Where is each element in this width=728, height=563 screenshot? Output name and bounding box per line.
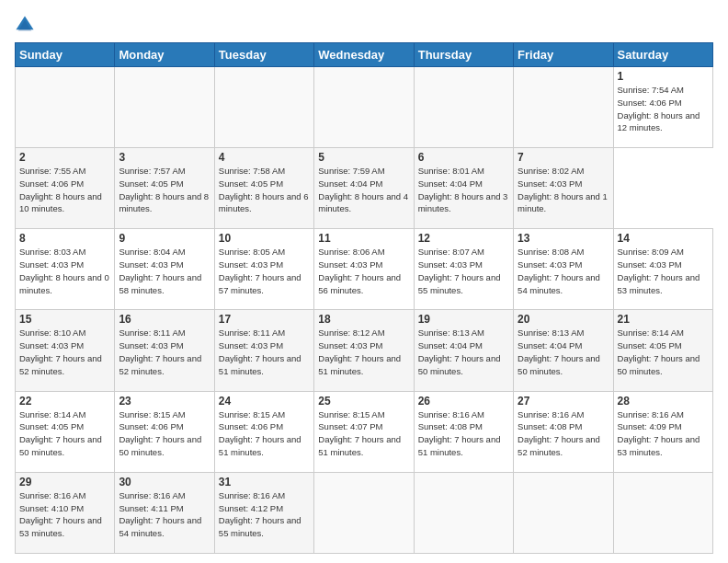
calendar-day-cell: 11Sunrise: 8:06 AMSunset: 4:03 PMDayligh…: [314, 229, 414, 310]
calendar-day-cell: [214, 67, 313, 148]
header-wednesday: Wednesday: [314, 43, 414, 67]
day-info: Sunrise: 8:03 AMSunset: 4:03 PMDaylight:…: [19, 246, 110, 296]
day-number: 16: [119, 313, 210, 326]
header-monday: Monday: [115, 43, 214, 67]
day-number: 19: [418, 313, 509, 326]
day-number: 4: [219, 151, 310, 164]
header-saturday: Saturday: [613, 43, 712, 67]
day-number: 5: [318, 151, 409, 164]
day-number: 7: [518, 151, 609, 164]
logo-icon: [15, 15, 35, 35]
day-info: Sunrise: 8:12 AMSunset: 4:03 PMDaylight:…: [318, 327, 409, 377]
calendar-day-cell: 17Sunrise: 8:11 AMSunset: 4:03 PMDayligh…: [214, 310, 313, 391]
calendar-day-cell: [414, 472, 513, 553]
calendar-day-cell: 7Sunrise: 8:02 AMSunset: 4:03 PMDaylight…: [514, 148, 613, 229]
day-info: Sunrise: 8:06 AMSunset: 4:03 PMDaylight:…: [318, 246, 409, 296]
calendar-day-cell: 1Sunrise: 7:54 AMSunset: 4:06 PMDaylight…: [613, 67, 712, 148]
calendar-day-cell: 3Sunrise: 7:57 AMSunset: 4:05 PMDaylight…: [115, 148, 214, 229]
header-row: Sunday Monday Tuesday Wednesday Thursday…: [16, 43, 713, 67]
calendar-day-cell: 10Sunrise: 8:05 AMSunset: 4:03 PMDayligh…: [214, 229, 313, 310]
day-info: Sunrise: 8:13 AMSunset: 4:04 PMDaylight:…: [518, 327, 609, 377]
calendar-day-cell: 29Sunrise: 8:16 AMSunset: 4:10 PMDayligh…: [16, 472, 115, 553]
header-friday: Friday: [514, 43, 613, 67]
day-number: 24: [219, 395, 310, 408]
day-info: Sunrise: 8:14 AMSunset: 4:05 PMDaylight:…: [19, 408, 110, 459]
day-info: Sunrise: 7:54 AMSunset: 4:06 PMDaylight:…: [618, 84, 709, 134]
calendar-day-cell: [613, 472, 712, 553]
calendar-table: Sunday Monday Tuesday Wednesday Thursday…: [15, 42, 713, 554]
calendar-day-cell: 28Sunrise: 8:16 AMSunset: 4:09 PMDayligh…: [613, 391, 712, 472]
calendar-day-cell: 22Sunrise: 8:14 AMSunset: 4:05 PMDayligh…: [16, 391, 115, 472]
day-info: Sunrise: 8:16 AMSunset: 4:11 PMDaylight:…: [119, 489, 210, 540]
calendar-day-cell: 20Sunrise: 8:13 AMSunset: 4:04 PMDayligh…: [514, 310, 613, 391]
day-info: Sunrise: 8:10 AMSunset: 4:03 PMDaylight:…: [19, 327, 110, 377]
calendar-day-cell: [115, 67, 214, 148]
day-info: Sunrise: 8:13 AMSunset: 4:04 PMDaylight:…: [418, 327, 509, 377]
day-number: 25: [318, 395, 409, 408]
logo: [15, 15, 37, 35]
calendar-day-cell: [514, 472, 613, 553]
day-number: 3: [119, 151, 210, 164]
day-number: 23: [119, 395, 210, 408]
calendar-body: 1Sunrise: 7:54 AMSunset: 4:06 PMDaylight…: [16, 67, 713, 554]
calendar-day-cell: [314, 472, 414, 553]
day-info: Sunrise: 8:07 AMSunset: 4:03 PMDaylight:…: [418, 246, 509, 296]
header-tuesday: Tuesday: [214, 43, 313, 67]
day-number: 21: [618, 313, 709, 326]
day-info: Sunrise: 8:09 AMSunset: 4:03 PMDaylight:…: [618, 246, 709, 296]
calendar-day-cell: 2Sunrise: 7:55 AMSunset: 4:06 PMDaylight…: [16, 148, 115, 229]
day-info: Sunrise: 8:15 AMSunset: 4:06 PMDaylight:…: [219, 408, 310, 459]
calendar-day-cell: 31Sunrise: 8:16 AMSunset: 4:12 PMDayligh…: [214, 472, 313, 553]
day-info: Sunrise: 8:16 AMSunset: 4:10 PMDaylight:…: [19, 489, 110, 540]
calendar-day-cell: [514, 67, 613, 148]
calendar-day-cell: 25Sunrise: 8:15 AMSunset: 4:07 PMDayligh…: [314, 391, 414, 472]
day-info: Sunrise: 8:02 AMSunset: 4:03 PMDaylight:…: [518, 165, 609, 215]
calendar-week-row: 29Sunrise: 8:16 AMSunset: 4:10 PMDayligh…: [16, 472, 713, 553]
calendar-week-row: 8Sunrise: 8:03 AMSunset: 4:03 PMDaylight…: [16, 229, 713, 310]
header: [15, 15, 713, 35]
day-number: 30: [119, 476, 210, 488]
day-number: 1: [618, 70, 709, 83]
day-info: Sunrise: 7:55 AMSunset: 4:06 PMDaylight:…: [19, 165, 110, 215]
calendar-day-cell: 4Sunrise: 7:58 AMSunset: 4:05 PMDaylight…: [214, 148, 313, 229]
calendar-day-cell: 6Sunrise: 8:01 AMSunset: 4:04 PMDaylight…: [414, 148, 513, 229]
calendar-day-cell: 30Sunrise: 8:16 AMSunset: 4:11 PMDayligh…: [115, 472, 214, 553]
day-info: Sunrise: 8:15 AMSunset: 4:06 PMDaylight:…: [119, 408, 210, 459]
calendar-day-cell: 24Sunrise: 8:15 AMSunset: 4:06 PMDayligh…: [214, 391, 313, 472]
day-number: 26: [418, 395, 509, 408]
header-sunday: Sunday: [16, 43, 115, 67]
page: Sunday Monday Tuesday Wednesday Thursday…: [0, 0, 728, 563]
day-number: 2: [19, 151, 110, 164]
calendar-day-cell: 21Sunrise: 8:14 AMSunset: 4:05 PMDayligh…: [613, 310, 712, 391]
calendar-day-cell: [314, 67, 414, 148]
day-info: Sunrise: 8:05 AMSunset: 4:03 PMDaylight:…: [219, 246, 310, 296]
day-info: Sunrise: 8:14 AMSunset: 4:05 PMDaylight:…: [618, 327, 709, 377]
day-number: 11: [318, 232, 409, 245]
day-number: 10: [219, 232, 310, 245]
day-info: Sunrise: 7:57 AMSunset: 4:05 PMDaylight:…: [119, 165, 210, 215]
day-info: Sunrise: 8:16 AMSunset: 4:09 PMDaylight:…: [618, 408, 709, 459]
day-number: 31: [219, 476, 310, 488]
calendar-day-cell: 18Sunrise: 8:12 AMSunset: 4:03 PMDayligh…: [314, 310, 414, 391]
calendar-day-cell: 14Sunrise: 8:09 AMSunset: 4:03 PMDayligh…: [613, 229, 712, 310]
calendar-day-cell: 9Sunrise: 8:04 AMSunset: 4:03 PMDaylight…: [115, 229, 214, 310]
calendar-week-row: 2Sunrise: 7:55 AMSunset: 4:06 PMDaylight…: [16, 148, 713, 229]
day-info: Sunrise: 8:16 AMSunset: 4:08 PMDaylight:…: [518, 408, 609, 459]
calendar-week-row: 15Sunrise: 8:10 AMSunset: 4:03 PMDayligh…: [16, 310, 713, 391]
day-number: 22: [19, 395, 110, 408]
calendar-day-cell: 19Sunrise: 8:13 AMSunset: 4:04 PMDayligh…: [414, 310, 513, 391]
header-thursday: Thursday: [414, 43, 513, 67]
day-info: Sunrise: 8:15 AMSunset: 4:07 PMDaylight:…: [318, 408, 409, 459]
day-number: 29: [19, 476, 110, 488]
day-number: 27: [518, 395, 609, 408]
day-info: Sunrise: 8:16 AMSunset: 4:08 PMDaylight:…: [418, 408, 509, 459]
day-number: 8: [19, 232, 110, 245]
calendar-day-cell: 5Sunrise: 7:59 AMSunset: 4:04 PMDaylight…: [314, 148, 414, 229]
calendar-day-cell: 16Sunrise: 8:11 AMSunset: 4:03 PMDayligh…: [115, 310, 214, 391]
day-info: Sunrise: 7:59 AMSunset: 4:04 PMDaylight:…: [318, 165, 409, 215]
day-number: 9: [119, 232, 210, 245]
calendar-day-cell: [16, 67, 115, 148]
calendar-week-row: 1Sunrise: 7:54 AMSunset: 4:06 PMDaylight…: [16, 67, 713, 148]
day-info: Sunrise: 7:58 AMSunset: 4:05 PMDaylight:…: [219, 165, 310, 215]
day-number: 13: [518, 232, 609, 245]
